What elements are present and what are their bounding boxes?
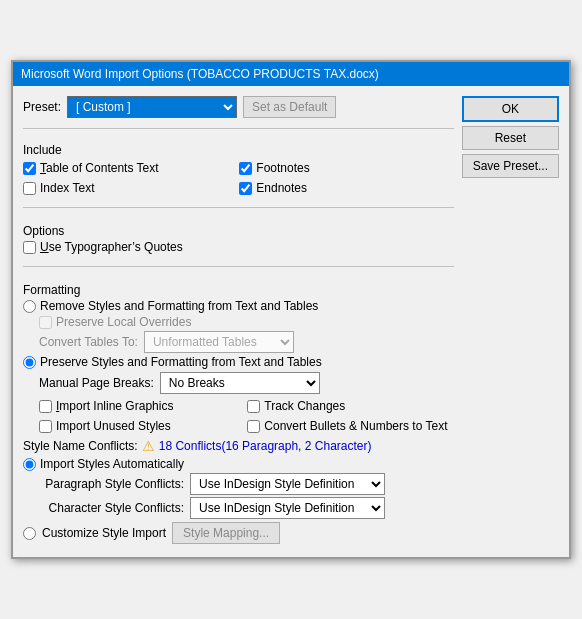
reset-button[interactable]: Reset bbox=[462, 126, 559, 150]
typographers-row: Use Typographer’s Quotes bbox=[23, 240, 454, 254]
main-content: Preset: [ Custom ] Set as Default Includ… bbox=[23, 96, 454, 547]
footnotes-checkbox[interactable] bbox=[239, 162, 252, 175]
include-checkboxes: Table of Contents Text Footnotes Index T… bbox=[23, 159, 454, 197]
table-of-contents-row: Table of Contents Text bbox=[23, 161, 237, 175]
convert-tables-row: Convert Tables To: Unformatted Tables bbox=[39, 331, 454, 353]
formatting-section: Formatting Remove Styles and Formatting … bbox=[23, 279, 454, 547]
include-section: Include Table of Contents Text Footnotes… bbox=[23, 139, 454, 197]
style-name-conflicts-row: Style Name Conflicts: ⚠ 18 Conflicts(16 … bbox=[23, 438, 454, 454]
preset-select[interactable]: [ Custom ] bbox=[67, 96, 237, 118]
include-label: Include bbox=[23, 143, 454, 157]
warning-icon: ⚠ bbox=[142, 438, 155, 454]
customize-style-row: Customize Style Import Style Mapping... bbox=[23, 522, 454, 544]
ok-button[interactable]: OK bbox=[462, 96, 559, 122]
import-unused-styles-row: Import Unused Styles bbox=[39, 419, 245, 433]
import-automatically-radio[interactable] bbox=[23, 458, 36, 471]
convert-bullets-label: Convert Bullets & Numbers to Text bbox=[264, 419, 447, 433]
import-inline-graphics-label: Import Inline Graphics bbox=[56, 399, 173, 413]
endnotes-label: Endnotes bbox=[256, 181, 307, 195]
footnotes-label: Footnotes bbox=[256, 161, 309, 175]
style-mapping-button[interactable]: Style Mapping... bbox=[172, 522, 280, 544]
import-inline-graphics-checkbox[interactable] bbox=[39, 400, 52, 413]
conflict-count-text: 18 Conflicts(16 Paragraph, 2 Character) bbox=[159, 439, 372, 453]
character-conflicts-row: Character Style Conflicts: Use InDesign … bbox=[39, 497, 454, 519]
page-breaks-select[interactable]: No Breaks bbox=[160, 372, 320, 394]
index-text-label: Index Text bbox=[40, 181, 94, 195]
endnotes-row: Endnotes bbox=[239, 181, 453, 195]
import-auto-row: Import Styles Automatically bbox=[23, 457, 454, 471]
paragraph-conflicts-select[interactable]: Use InDesign Style Definition bbox=[190, 473, 385, 495]
set-as-default-button[interactable]: Set as Default bbox=[243, 96, 336, 118]
import-inline-graphics-row: Import Inline Graphics bbox=[39, 399, 245, 413]
remove-styles-label: Remove Styles and Formatting from Text a… bbox=[40, 299, 318, 313]
remove-styles-options: Preserve Local Overrides Convert Tables … bbox=[39, 315, 454, 353]
preserve-local-row: Preserve Local Overrides bbox=[39, 315, 454, 329]
preset-label: Preset: bbox=[23, 100, 61, 114]
typographers-label: Use Typographer’s Quotes bbox=[40, 240, 183, 254]
customize-style-label: Customize Style Import bbox=[42, 526, 166, 540]
paragraph-conflicts-label: Paragraph Style Conflicts: bbox=[39, 477, 184, 491]
style-name-conflicts-label: Style Name Conflicts: bbox=[23, 439, 138, 453]
preset-row: Preset: [ Custom ] Set as Default bbox=[23, 96, 454, 118]
preserve-styles-row: Preserve Styles and Formatting from Text… bbox=[23, 355, 454, 369]
table-of-contents-label: Table of Contents Text bbox=[40, 161, 159, 175]
side-buttons: OK Reset Save Preset... bbox=[462, 96, 559, 547]
formatting-label: Formatting bbox=[23, 283, 454, 297]
remove-styles-row: Remove Styles and Formatting from Text a… bbox=[23, 299, 454, 313]
import-unused-styles-checkbox[interactable] bbox=[39, 420, 52, 433]
preserve-styles-radio[interactable] bbox=[23, 356, 36, 369]
convert-tables-select[interactable]: Unformatted Tables bbox=[144, 331, 294, 353]
page-breaks-label: Manual Page Breaks: bbox=[39, 376, 154, 390]
import-automatically-label: Import Styles Automatically bbox=[40, 457, 184, 471]
customize-style-radio[interactable] bbox=[23, 527, 36, 540]
formatting-checkboxes: Import Inline Graphics Track Changes Imp… bbox=[39, 397, 454, 435]
options-label: Options bbox=[23, 224, 454, 238]
preserve-local-checkbox[interactable] bbox=[39, 316, 52, 329]
index-text-checkbox[interactable] bbox=[23, 182, 36, 195]
endnotes-checkbox[interactable] bbox=[239, 182, 252, 195]
remove-styles-radio[interactable] bbox=[23, 300, 36, 313]
save-preset-button[interactable]: Save Preset... bbox=[462, 154, 559, 178]
character-conflicts-label: Character Style Conflicts: bbox=[39, 501, 184, 515]
footnotes-row: Footnotes bbox=[239, 161, 453, 175]
convert-bullets-checkbox[interactable] bbox=[247, 420, 260, 433]
dialog-window: Microsoft Word Import Options (TOBACCO P… bbox=[11, 60, 571, 559]
index-text-row: Index Text bbox=[23, 181, 237, 195]
paragraph-conflicts-row: Paragraph Style Conflicts: Use InDesign … bbox=[39, 473, 454, 495]
convert-bullets-row: Convert Bullets & Numbers to Text bbox=[247, 419, 453, 433]
page-breaks-row: Manual Page Breaks: No Breaks bbox=[39, 372, 454, 394]
character-conflicts-select[interactable]: Use InDesign Style Definition bbox=[190, 497, 385, 519]
track-changes-label: Track Changes bbox=[264, 399, 345, 413]
typographers-checkbox[interactable] bbox=[23, 241, 36, 254]
title-text: Microsoft Word Import Options (TOBACCO P… bbox=[21, 67, 379, 81]
track-changes-row: Track Changes bbox=[247, 399, 453, 413]
options-section: Options Use Typographer’s Quotes bbox=[23, 220, 454, 256]
title-bar: Microsoft Word Import Options (TOBACCO P… bbox=[13, 62, 569, 86]
preserve-styles-label: Preserve Styles and Formatting from Text… bbox=[40, 355, 322, 369]
track-changes-checkbox[interactable] bbox=[247, 400, 260, 413]
convert-tables-label: Convert Tables To: bbox=[39, 335, 138, 349]
preserve-local-label: Preserve Local Overrides bbox=[56, 315, 191, 329]
import-unused-styles-label: Import Unused Styles bbox=[56, 419, 171, 433]
table-of-contents-checkbox[interactable] bbox=[23, 162, 36, 175]
